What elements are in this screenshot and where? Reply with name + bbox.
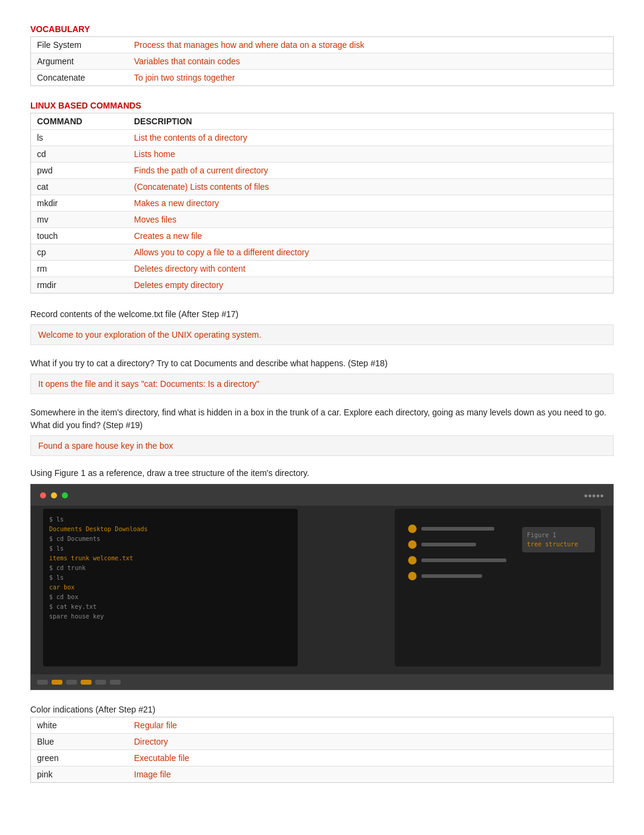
command-name: rm	[37, 264, 134, 273]
question-text: Somewhere in the item's directory, find …	[30, 406, 614, 432]
command-row: cat (Concatenate) Lists contents of file…	[31, 179, 613, 195]
sidebar-text	[421, 574, 482, 578]
command-name: cat	[37, 182, 134, 192]
sidebar-text	[421, 558, 506, 562]
bottom-item-4	[81, 680, 92, 685]
command-name: touch	[37, 231, 134, 241]
command-name: ls	[37, 133, 134, 143]
color-name: Blue	[37, 737, 134, 746]
command-row: ls List the contents of a directory	[31, 130, 613, 146]
command-name: pwd	[37, 166, 134, 175]
bottom-item-3	[66, 680, 77, 685]
vocab-row: Concatenate To join two strings together	[31, 70, 613, 86]
vocab-row: File System Process that manages how and…	[31, 37, 613, 53]
vocab-definition: To join two strings together	[134, 73, 607, 82]
answer-box: Welcome to your exploration of the UNIX …	[30, 324, 614, 345]
color-name: white	[37, 720, 134, 730]
vocab-definition: Variables that contain codes	[134, 56, 607, 66]
command-row: mkdir Makes a new directory	[31, 195, 613, 212]
figure-caption: Using Figure 1 as a reference, draw a tr…	[30, 468, 614, 478]
color-row: white Regular file	[31, 717, 613, 734]
questions-section: Record contents of the welcome.txt file …	[30, 308, 614, 456]
sidebar-text	[421, 527, 494, 531]
vocab-row: Argument Variables that contain codes	[31, 53, 613, 70]
color-name: green	[37, 753, 134, 763]
vocabulary-table: File System Process that manages how and…	[30, 36, 614, 86]
figure-sublabel: tree structure	[527, 541, 590, 548]
sidebar-text	[421, 543, 476, 546]
command-row: touch Creates a new file	[31, 228, 613, 244]
minimize-dot	[51, 492, 57, 498]
command-row: mv Moves files	[31, 212, 613, 228]
bottom-item-6	[110, 680, 121, 685]
color-row: pink Image file	[31, 766, 613, 782]
figure-label: Figure 1	[527, 532, 590, 538]
command-row: rmdir Deletes empty directory	[31, 277, 613, 293]
command-col-header: COMMAND	[37, 116, 134, 126]
terminal-window: $ ls Documents Desktop Downloads $ cd Do…	[43, 509, 298, 666]
sidebar-window: Figure 1 tree structure	[395, 509, 601, 666]
command-name: rmdir	[37, 280, 134, 290]
vocab-definition: Process that manages how and where data …	[134, 40, 607, 50]
vocab-term: File System	[37, 40, 134, 50]
command-name: mkdir	[37, 198, 134, 208]
command-desc: Moves files	[134, 215, 607, 224]
bottom-item-1	[37, 680, 48, 685]
color-meaning: Image file	[134, 770, 607, 779]
top-bar-label: ●●●●●	[584, 492, 604, 499]
command-desc: Creates a new file	[134, 231, 607, 241]
figure-image: ●●●●● $ ls Documents Desktop Downloads $…	[30, 484, 614, 690]
question-block-q19: Somewhere in the item's directory, find …	[30, 406, 614, 456]
command-row: cp Allows you to copy a file to a differ…	[31, 244, 613, 261]
answer-box: Found a spare house key in the box	[30, 435, 614, 456]
bottom-item-2	[52, 680, 62, 685]
vocab-term: Argument	[37, 56, 134, 66]
sidebar-icon	[408, 556, 417, 565]
bottom-item-5	[95, 680, 106, 685]
command-desc: Lists home	[134, 149, 607, 159]
linux-commands-title: LINUX BASED COMMANDS	[30, 101, 614, 110]
color-meaning: Executable file	[134, 753, 607, 763]
color-caption: Color indications (After Step #21)	[30, 705, 614, 714]
question-text: What if you try to cat a directory? Try …	[30, 357, 614, 370]
question-text: Record contents of the welcome.txt file …	[30, 308, 614, 321]
maximize-dot	[62, 492, 68, 498]
command-desc: Deletes directory with content	[134, 264, 607, 273]
vocabulary-title: VOCABULARY	[30, 24, 614, 34]
close-dot	[40, 492, 46, 498]
sidebar-item	[401, 552, 595, 568]
color-row: green Executable file	[31, 750, 613, 766]
color-name: pink	[37, 770, 134, 779]
terminal-content: $ ls Documents Desktop Downloads $ cd Do…	[43, 509, 298, 628]
command-header-row: COMMAND DESCRIPTION	[31, 113, 613, 130]
color-meaning: Regular file	[134, 720, 607, 730]
command-desc: List the contents of a directory	[134, 133, 607, 143]
command-row: cd Lists home	[31, 146, 613, 163]
command-row: rm Deletes directory with content	[31, 261, 613, 277]
image-top-bar: ●●●●●	[31, 485, 613, 506]
vocabulary-section: VOCABULARY File System Process that mana…	[30, 24, 614, 86]
command-name: cp	[37, 247, 134, 257]
description-col-header: DESCRIPTION	[134, 116, 607, 126]
question-block-q17: Record contents of the welcome.txt file …	[30, 308, 614, 345]
command-desc: Finds the path of a current directory	[134, 166, 607, 175]
sidebar-icon	[408, 572, 417, 580]
command-name: mv	[37, 215, 134, 224]
command-row: pwd Finds the path of a current director…	[31, 163, 613, 179]
sidebar-icon	[408, 540, 417, 549]
command-desc: (Concatenate) Lists contents of files	[134, 182, 607, 192]
image-bottom-bar	[31, 674, 613, 689]
color-table: white Regular file Blue Directory green …	[30, 717, 614, 783]
color-section: Color indications (After Step #21) white…	[30, 705, 614, 783]
command-desc: Makes a new directory	[134, 198, 607, 208]
sidebar-item	[401, 568, 595, 584]
color-meaning: Directory	[134, 737, 607, 746]
command-desc: Allows you to copy a file to a different…	[134, 247, 607, 257]
command-name: cd	[37, 149, 134, 159]
sidebar-icon	[408, 525, 417, 533]
command-desc: Deletes empty directory	[134, 280, 607, 290]
question-block-q18: What if you try to cat a directory? Try …	[30, 357, 614, 394]
linux-commands-section: LINUX BASED COMMANDS COMMAND DESCRIPTION…	[30, 101, 614, 293]
linux-commands-table: COMMAND DESCRIPTION ls List the contents…	[30, 113, 614, 293]
color-row: Blue Directory	[31, 734, 613, 750]
